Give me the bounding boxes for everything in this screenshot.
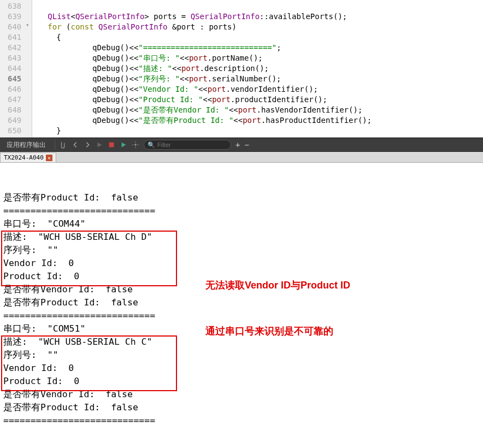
- output-line: ============================: [3, 204, 480, 217]
- code-line[interactable]: }: [48, 126, 483, 136]
- output-line: 串口号: "COM44": [3, 217, 480, 231]
- filter-input[interactable]: [157, 142, 223, 148]
- next-icon[interactable]: [82, 139, 93, 150]
- code-area[interactable]: QList<QSerialPortInfo> ports = QSerialPo…: [32, 0, 483, 137]
- line-number: 648: [8, 105, 21, 115]
- code-line[interactable]: qDebug()<<"描述: "<<port.description();: [48, 63, 483, 74]
- code-line[interactable]: for (const QSerialPortInfo &port : ports…: [48, 22, 483, 32]
- code-line[interactable]: qDebug()<<"串口号: "<<port.portName();: [48, 53, 483, 63]
- code-line[interactable]: qDebug()<<"是否带有Vendor Id: "<<port.hasVen…: [48, 105, 483, 115]
- code-line[interactable]: qDebug()<<"Product Id: "<<port.productId…: [48, 95, 483, 105]
- code-line[interactable]: QList<QSerialPortInfo> ports = QSerialPo…: [48, 11, 483, 22]
- fold-column[interactable]: ▾: [26, 0, 32, 137]
- code-line[interactable]: {: [48, 32, 483, 43]
- remove-button[interactable]: −: [244, 140, 249, 149]
- search-icon: 🔍: [148, 142, 155, 149]
- line-number: 650: [8, 126, 21, 136]
- output-line: 是否带有Product Id: false: [3, 191, 480, 204]
- add-button[interactable]: +: [235, 140, 240, 149]
- line-number: 642: [8, 43, 21, 53]
- line-number: 644: [8, 63, 21, 74]
- output-tabbar: TX2024-A040 ✕: [0, 152, 483, 163]
- line-number: 640: [8, 22, 21, 32]
- output-line: ============================: [3, 414, 480, 427]
- code-editor[interactable]: 638639640641642643644645646647648649650 …: [0, 0, 483, 138]
- separator: [55, 140, 55, 150]
- output-toolbar: 应用程序输出 🔍 + −: [0, 138, 483, 152]
- tab-label: TX2024-A040: [4, 154, 44, 161]
- prev-icon[interactable]: [70, 139, 81, 150]
- output-pane[interactable]: 无法读取Vendor ID与Product ID 通过串口号来识别是不可靠的 是…: [0, 163, 483, 429]
- line-number-gutter: 638639640641642643644645646647648649650: [0, 0, 26, 137]
- play-arrow-icon[interactable]: [118, 139, 129, 150]
- annotation-text: 无法读取Vendor ID与Product ID 通过串口号来识别是不可靠的: [205, 247, 350, 369]
- highlight-box: [1, 335, 177, 391]
- output-tab[interactable]: TX2024-A040 ✕: [0, 152, 56, 162]
- fold-marker[interactable]: ▾: [26, 22, 29, 28]
- code-line[interactable]: qDebug()<<"============================"…: [48, 43, 483, 53]
- highlight-box: [1, 231, 177, 286]
- annotation-line1: 无法读取Vendor ID与Product ID: [205, 278, 350, 293]
- line-number: 643: [8, 53, 21, 63]
- code-line[interactable]: qDebug()<<"是否带有Product Id: "<<port.hasPr…: [48, 115, 483, 126]
- line-number: 638: [8, 1, 21, 11]
- attach-icon[interactable]: [58, 139, 69, 150]
- close-icon[interactable]: ✕: [46, 155, 52, 161]
- svg-point-1: [134, 144, 137, 146]
- line-number: 646: [8, 84, 21, 95]
- annotation-line2: 通过串口号来识别是不可靠的: [205, 323, 350, 339]
- stop-icon[interactable]: [106, 139, 117, 150]
- output-line: 是否带有Product Id: false: [3, 401, 480, 414]
- settings-icon[interactable]: [130, 139, 141, 150]
- line-number: 645: [8, 74, 21, 84]
- run-icon[interactable]: [94, 139, 105, 150]
- output-panel-title: 应用程序输出: [0, 140, 52, 150]
- filter-box[interactable]: 🔍: [144, 140, 231, 150]
- code-line[interactable]: [48, 1, 483, 11]
- line-number: 649: [8, 115, 21, 126]
- svg-rect-0: [109, 143, 114, 148]
- line-number: 639: [8, 11, 21, 22]
- code-line[interactable]: qDebug()<<"序列号: "<<port.serialNumber();: [48, 74, 483, 84]
- line-number: 641: [8, 32, 21, 43]
- line-number: 647: [8, 95, 21, 105]
- code-line[interactable]: qDebug()<<"Vendor Id: "<<port.vendorIden…: [48, 84, 483, 95]
